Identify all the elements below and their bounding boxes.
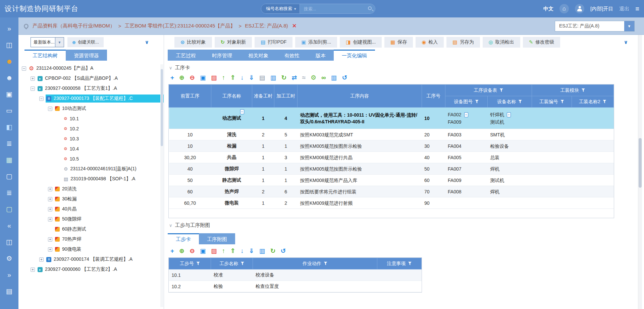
vertical-scrollbar[interactable] [638, 35, 642, 309]
home-icon[interactable]: ⌂ [559, 4, 569, 13]
row-tool-icon[interactable]: ↓ [240, 74, 244, 81]
breadcrumb-item-process[interactable]: ESJ工艺: 产品(A.8) [245, 23, 288, 29]
process-version-selector[interactable]: ESJ工艺: 产品(A.8) ▼ [555, 21, 635, 32]
row-tool-icon[interactable]: ↺ [281, 248, 286, 254]
row-tool-icon[interactable]: ≈ [302, 74, 305, 81]
rail-icon[interactable]: ▦ [0, 155, 18, 165]
tree-item[interactable]: 70热声焊 [18, 234, 164, 244]
tree-expander-icon[interactable] [48, 197, 52, 201]
tree-item[interactable]: 10.2 [18, 124, 164, 134]
toolbar-button[interactable]: ▤ 打印PDF [255, 37, 292, 48]
col-header-machining-hours[interactable]: 加工工时 [274, 85, 298, 108]
tree-item[interactable]: 10.1 [18, 114, 164, 124]
tree-item[interactable]: 230927-0000174 【装调工艺规程】.A [18, 254, 164, 264]
row-tool-icon[interactable]: ⊕ [179, 248, 184, 254]
col-header-step-no[interactable]: 工步号 [169, 258, 211, 269]
process-table-row[interactable]: 40 微隙焊 ≡ 1 1 按照KM005规范按图所示检验 50 FA007≡ [169, 163, 614, 175]
main-tab[interactable]: 相关对象 [240, 50, 276, 61]
row-tool-icon[interactable]: ↻ [270, 248, 276, 254]
rail-icon[interactable]: » [0, 23, 18, 34]
search-category-dropdown[interactable]: 编号名称搜索 [261, 4, 300, 13]
row-tool-icon[interactable]: + [170, 74, 174, 81]
search-icon[interactable] [368, 6, 372, 10]
main-tab[interactable]: 时序管理 [204, 50, 240, 61]
step-table-row[interactable]: 10.2 检验 检查位置度 [169, 281, 422, 292]
tree-tab[interactable]: 工艺结构树 [24, 50, 66, 61]
row-tool-icon[interactable]: ⊖ [190, 248, 195, 254]
steps-tab[interactable]: 工序附图 [199, 233, 235, 244]
rail-icon[interactable]: « [0, 221, 18, 231]
rail-icon[interactable]: ▤ [0, 286, 18, 296]
process-card-section-header[interactable]: 工序卡 [169, 65, 638, 71]
row-tool-icon[interactable]: ↑ [222, 74, 225, 81]
row-tool-icon[interactable]: ▤ [259, 74, 265, 81]
main-tab[interactable]: 有效性 [276, 50, 308, 61]
tree-expander-icon[interactable] [48, 207, 52, 211]
col-header-equipment-no[interactable]: 设备图号 [445, 96, 487, 108]
row-tool-icon[interactable]: ↑ [222, 248, 225, 254]
tree-item[interactable]: 230927-0000060 【工艺方案2】.A [18, 264, 164, 274]
menu-icon[interactable]: ≡ [635, 5, 639, 13]
tree-item[interactable]: 20清洗 [18, 184, 164, 194]
toolbar-button[interactable]: ⊙ 比较对象 [174, 37, 212, 48]
steps-tab[interactable]: 工步卡 [168, 233, 199, 244]
toolbar-button[interactable]: ↻ 对象刷新 [215, 37, 252, 48]
col-header-process-content[interactable]: 工序内容 [298, 85, 422, 108]
tree-expander-icon[interactable] [31, 267, 35, 272]
chevron-down-icon[interactable]: ▼ [624, 21, 634, 31]
row-tool-icon[interactable]: ▥ [270, 74, 276, 81]
main-tab[interactable]: 工艺过程 [168, 50, 204, 61]
note-icon[interactable]: ≡ [240, 109, 244, 114]
close-icon[interactable]: ✕ [292, 22, 297, 29]
row-tool-icon[interactable]: + [170, 248, 174, 254]
col-header-step-name[interactable]: 工步名称 [211, 258, 253, 269]
tree-item[interactable]: 230927-0000173 【装配工艺规程】.C [18, 94, 164, 104]
tree-item[interactable]: 50微隙焊 [18, 214, 164, 224]
rail-icon[interactable]: » [0, 270, 18, 280]
steps-section-header[interactable]: 工步与工序附图 [169, 222, 638, 229]
row-tool-icon[interactable]: ⚙ [311, 74, 316, 81]
tree-expander-icon[interactable] [48, 107, 52, 111]
process-table-row[interactable]: 动态测试 ≡ 1 4 动态测试，使用工具：10-0011：UV固化单元-通用-流… [169, 108, 614, 129]
tree-tab[interactable]: 资源管理器 [66, 50, 107, 61]
tree-expander-icon[interactable] [48, 247, 52, 252]
tree-item[interactable]: 231019-0000498 【SOP-1】.A [18, 174, 164, 184]
row-tool-icon[interactable]: ▨ [211, 248, 217, 254]
search-input[interactable] [300, 4, 375, 13]
tree-item[interactable]: 230927-0000058 【工艺方案1】.A [18, 83, 164, 94]
main-tab[interactable]: 版本 [308, 50, 334, 61]
row-tool-icon[interactable]: ⇑ [230, 74, 235, 81]
main-tab[interactable]: 一页化编辑 [334, 50, 375, 61]
col-header-equipment-name[interactable]: 设备名称 [487, 96, 532, 108]
row-tool-icon[interactable]: ↓ [240, 248, 244, 254]
row-tool-icon[interactable]: ⇄ [292, 74, 297, 81]
tree-expander-icon[interactable] [48, 237, 52, 242]
tree-item[interactable]: 10.5 [18, 154, 164, 164]
tree-item[interactable]: 40共晶 [18, 204, 164, 214]
toolbar-button[interactable]: ▣ 添加到剪... [295, 37, 337, 48]
toolbar-button[interactable]: ◨ 创建视图... [340, 37, 382, 48]
col-header-process-name[interactable]: 工序名称 [211, 85, 252, 108]
process-table-row[interactable]: 50 静态测试 ≡ 1 1 按照KM008规范将产品入库 60 FA009≡ [169, 175, 614, 186]
user-icon[interactable] [575, 4, 584, 13]
tree-item[interactable]: 30检漏 [18, 194, 164, 204]
note-icon[interactable]: ≡ [464, 112, 468, 117]
row-tool-icon[interactable]: ↺ [342, 74, 347, 81]
rail-icon[interactable]: ◫ [0, 237, 18, 247]
col-header-tool-no[interactable]: 工装编号 [532, 96, 572, 108]
rail-icon[interactable]: ⚙ [0, 253, 18, 263]
row-tool-icon[interactable]: ⇓ [249, 248, 254, 254]
tree-item[interactable]: 60静态测试 [18, 224, 164, 234]
rail-icon[interactable]: ▭ [0, 106, 18, 116]
scrollbar-thumb[interactable] [639, 138, 642, 188]
breadcrumb-item-library[interactable]: 产品资料库（高科电子行业/MBOM） [33, 23, 115, 29]
note-icon[interactable]: ≡ [507, 112, 511, 117]
toolbar-button[interactable]: ✎ 修改密级 [523, 37, 560, 48]
row-tool-icon[interactable]: ⊕ [179, 74, 184, 81]
tree-expander-icon[interactable] [31, 76, 35, 81]
toolbar-button[interactable]: ▦ 保存 [384, 37, 413, 48]
row-tool-icon[interactable]: ▣ [200, 74, 206, 81]
row-tool-icon[interactable]: ∞ [321, 74, 326, 81]
tree-item[interactable]: 10.4 [18, 144, 164, 154]
process-table-row[interactable]: 60,70 微电装 ≡ 1 2 按照KM009规范进行射频 90 ≡ [169, 197, 614, 209]
